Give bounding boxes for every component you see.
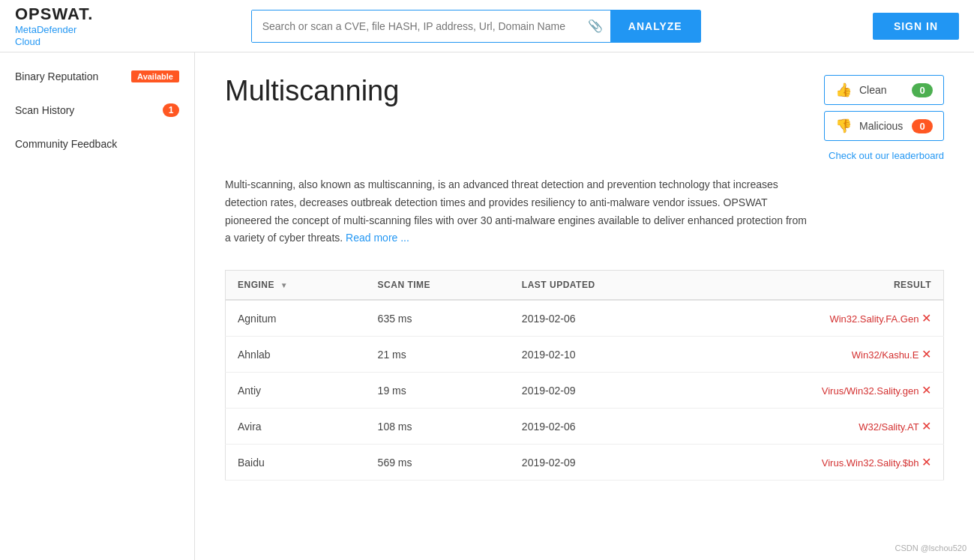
sidebar-item-scan-history[interactable]: Scan History 1: [0, 93, 194, 127]
table-row: Antiy19 ms2019-02-09Virus/Win32.Sality.g…: [226, 373, 944, 409]
scan-time-cell: 108 ms: [366, 409, 510, 445]
threat-x-icon: ✕: [922, 384, 931, 397]
clean-vote-count: 0: [912, 83, 933, 97]
threat-x-icon: ✕: [922, 456, 931, 469]
engine-cell: Avira: [226, 409, 366, 445]
search-input[interactable]: [252, 10, 580, 42]
scan-time-cell: 21 ms: [366, 337, 510, 373]
vote-section: 👍 Clean 0 👎 Malicious 0 Check out our le…: [779, 75, 944, 161]
result-cell: Virus/Win32.Sality.gen ✕: [692, 373, 943, 409]
sidebar-item-label: Community Feedback: [15, 138, 117, 150]
table-row: Baidu569 ms2019-02-09Virus.Win32.Sality.…: [226, 445, 944, 481]
result-text: Win32.Sality.FA.Gen: [829, 313, 919, 325]
engine-cell: Antiy: [226, 373, 366, 409]
description-text: Multi-scanning, also known as multiscann…: [225, 176, 810, 247]
threat-x-icon: ✕: [922, 348, 931, 361]
malicious-vote-count: 0: [912, 119, 933, 133]
clean-vote-label: Clean: [859, 84, 904, 96]
clean-vote-row: 👍 Clean 0: [824, 75, 944, 105]
last-updated-cell: 2019-02-06: [510, 300, 692, 337]
threat-x-icon: ✕: [922, 420, 931, 433]
malicious-vote-row: 👎 Malicious 0: [824, 111, 944, 141]
scan-time-cell: 569 ms: [366, 445, 510, 481]
table-body: Agnitum635 ms2019-02-06Win32.Sality.FA.G…: [226, 300, 944, 481]
sidebar: Binary Reputation Available Scan History…: [0, 52, 195, 560]
signin-button[interactable]: SIGN IN: [873, 13, 959, 40]
malicious-vote-label: Malicious: [859, 120, 904, 132]
read-more-link[interactable]: Read more ...: [346, 232, 409, 244]
scan-time-column-header: SCAN TIME: [366, 271, 510, 301]
table-row: Avira108 ms2019-02-06W32/Sality.AT ✕: [226, 409, 944, 445]
scan-table: ENGINE ▼ SCAN TIME LAST UPDATED RESULT A…: [225, 270, 944, 481]
available-badge: Available: [131, 70, 179, 82]
logo-area: OPSWAT. MetaDefender Cloud: [15, 4, 165, 47]
scan-time-cell: 19 ms: [366, 373, 510, 409]
table-row: Ahnlab21 ms2019-02-10Win32/Kashu.E ✕: [226, 337, 944, 373]
engine-column-header[interactable]: ENGINE ▼: [226, 271, 366, 301]
result-cell: W32/Sality.AT ✕: [692, 409, 943, 445]
content-area: Multiscanning 👍 Clean 0 👎 Malicious 0 Ch…: [195, 52, 974, 560]
search-area: 📎 ANALYZE: [251, 10, 701, 43]
last-updated-cell: 2019-02-09: [510, 445, 692, 481]
last-updated-column-header: LAST UPDATED: [510, 271, 692, 301]
logo-text: OPSWAT.: [15, 4, 165, 24]
last-updated-cell: 2019-02-09: [510, 373, 692, 409]
sidebar-item-label: Binary Reputation: [15, 70, 98, 82]
result-text: Win32/Kashu.E: [852, 349, 919, 361]
result-cell: Win32/Kashu.E ✕: [692, 337, 943, 373]
engine-cell: Agnitum: [226, 300, 366, 337]
scan-history-count-badge: 1: [163, 103, 179, 117]
result-column-header: RESULT: [692, 271, 943, 301]
engine-cell: Ahnlab: [226, 337, 366, 373]
thumbs-up-icon: 👍: [835, 82, 852, 98]
search-container: 📎 ANALYZE: [251, 10, 701, 43]
result-cell: Virus.Win32.Sality.$bh ✕: [692, 445, 943, 481]
last-updated-cell: 2019-02-10: [510, 337, 692, 373]
top-left: Multiscanning: [225, 75, 779, 122]
table-header: ENGINE ▼ SCAN TIME LAST UPDATED RESULT: [226, 271, 944, 301]
main-layout: Binary Reputation Available Scan History…: [0, 52, 974, 560]
leaderboard-link[interactable]: Check out our leaderboard: [829, 150, 944, 161]
thumbs-down-icon: 👎: [835, 118, 852, 134]
result-cell: Win32.Sality.FA.Gen ✕: [692, 300, 943, 337]
sort-icon: ▼: [280, 281, 288, 289]
watermark: CSDN @lschou520: [895, 544, 967, 553]
threat-x-icon: ✕: [922, 312, 931, 325]
result-text: Virus/Win32.Sality.gen: [822, 385, 919, 397]
scan-time-cell: 635 ms: [366, 300, 510, 337]
last-updated-cell: 2019-02-06: [510, 409, 692, 445]
attachment-icon-btn[interactable]: 📎: [580, 10, 610, 42]
engine-cell: Baidu: [226, 445, 366, 481]
result-text: W32/Sality.AT: [859, 421, 919, 433]
analyze-button[interactable]: ANALYZE: [610, 10, 700, 42]
top-section: Multiscanning 👍 Clean 0 👎 Malicious 0 Ch…: [225, 75, 944, 161]
logo-subtitle: MetaDefender Cloud: [15, 24, 165, 47]
sidebar-item-label: Scan History: [15, 104, 74, 116]
sidebar-item-binary-reputation[interactable]: Binary Reputation Available: [0, 60, 194, 93]
page-title: Multiscanning: [225, 75, 779, 107]
header: OPSWAT. MetaDefender Cloud 📎 ANALYZE SIG…: [0, 0, 974, 52]
result-text: Virus.Win32.Sality.$bh: [822, 457, 919, 469]
table-row: Agnitum635 ms2019-02-06Win32.Sality.FA.G…: [226, 300, 944, 337]
sidebar-item-community-feedback[interactable]: Community Feedback: [0, 127, 194, 160]
